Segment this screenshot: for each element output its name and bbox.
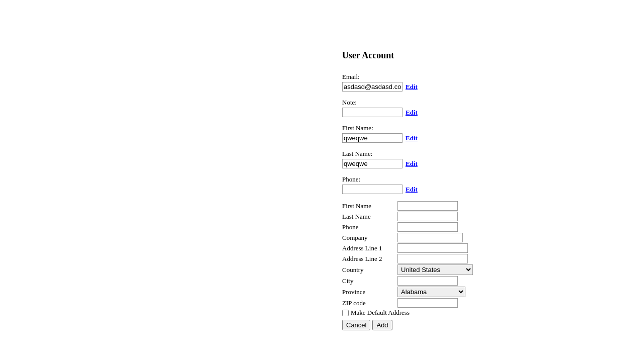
last-name-label: Last Name:	[342, 150, 473, 158]
addr-province-row: Province Alabama Alaska Arizona Arkansas…	[342, 287, 473, 297]
addr-phone-label: Phone	[342, 223, 397, 231]
addr-last-name-label: Last Name	[342, 213, 397, 221]
first-name-row: Edit	[342, 133, 473, 143]
addr-country-row: Country United States Canada United King…	[342, 264, 473, 275]
addr-province-label: Province	[342, 288, 397, 296]
add-button[interactable]: Add	[372, 320, 392, 330]
phone-input[interactable]	[342, 185, 403, 194]
first-name-input[interactable]	[342, 133, 403, 143]
first-name-edit-link[interactable]: Edit	[406, 134, 418, 142]
addr-zip-row: ZIP code	[342, 298, 473, 308]
addr-province-select[interactable]: Alabama Alaska Arizona Arkansas Californ…	[397, 287, 465, 297]
addr-first-name-input[interactable]	[397, 201, 458, 211]
addr-phone-input[interactable]	[397, 222, 458, 232]
addr-default-row: Make Default Address	[342, 309, 473, 317]
addr-city-label: City	[342, 277, 397, 285]
addr-line1-input[interactable]	[397, 243, 468, 253]
first-name-label: First Name:	[342, 124, 473, 132]
addr-line2-label: Address Line 2	[342, 255, 397, 263]
addr-line1-label: Address Line 1	[342, 244, 397, 252]
addr-default-checkbox[interactable]	[342, 310, 349, 316]
email-edit-link[interactable]: Edit	[406, 83, 418, 91]
page-container: User Account Email: Edit Note: Edit Firs…	[161, 0, 483, 350]
email-row: Edit	[342, 82, 473, 92]
addr-city-row: City	[342, 276, 473, 286]
last-name-group: Last Name: Edit	[342, 150, 473, 168]
addr-line2-input[interactable]	[397, 254, 468, 263]
note-edit-link[interactable]: Edit	[406, 109, 418, 117]
last-name-row: Edit	[342, 159, 473, 168]
note-row: Edit	[342, 108, 473, 117]
addr-zip-input[interactable]	[397, 298, 458, 308]
phone-row: Edit	[342, 185, 473, 194]
addr-first-name-label: First Name	[342, 202, 397, 210]
email-input[interactable]	[342, 82, 403, 92]
addr-company-label: Company	[342, 234, 397, 242]
last-name-edit-link[interactable]: Edit	[406, 160, 418, 168]
phone-edit-link[interactable]: Edit	[406, 186, 418, 194]
addr-zip-label: ZIP code	[342, 299, 397, 307]
addr-default-label: Make Default Address	[351, 309, 410, 317]
addr-line1-row: Address Line 1	[342, 243, 473, 253]
email-label: Email:	[342, 73, 473, 81]
note-group: Note: Edit	[342, 99, 473, 117]
form-buttons: Cancel Add	[342, 320, 473, 330]
first-name-group: First Name: Edit	[342, 124, 473, 143]
addr-last-name-input[interactable]	[397, 212, 458, 221]
addr-country-label: Country	[342, 266, 397, 274]
addr-company-row: Company	[342, 233, 473, 242]
email-group: Email: Edit	[342, 73, 473, 92]
phone-label: Phone:	[342, 175, 473, 184]
note-input[interactable]	[342, 108, 403, 117]
addr-phone-row: Phone	[342, 222, 473, 232]
addr-last-name-row: Last Name	[342, 212, 473, 221]
page-title: User Account	[342, 50, 473, 61]
addr-country-select[interactable]: United States Canada United Kingdom Aust…	[397, 264, 473, 275]
last-name-input[interactable]	[342, 159, 403, 168]
addr-line2-row: Address Line 2	[342, 254, 473, 263]
note-label: Note:	[342, 99, 473, 107]
cancel-button[interactable]: Cancel	[342, 320, 370, 330]
addr-first-name-row: First Name	[342, 201, 473, 211]
addr-company-input[interactable]	[397, 233, 463, 242]
addr-city-input[interactable]	[397, 276, 458, 286]
address-form: First Name Last Name Phone Company Addre…	[342, 201, 473, 330]
phone-group: Phone: Edit	[342, 175, 473, 194]
